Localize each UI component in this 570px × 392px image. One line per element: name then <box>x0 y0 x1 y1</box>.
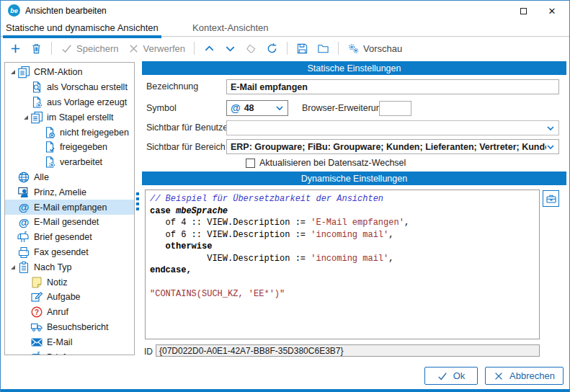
tree-item-freigegeben[interactable]: freigegeben <box>5 140 134 155</box>
formula-wizard-button[interactable] <box>543 190 559 207</box>
folder-icon <box>317 43 329 55</box>
delete-view-button[interactable] <box>27 41 45 56</box>
tree-item-brief[interactable]: Brief <box>5 349 134 355</box>
tree-item-fax-gesendet[interactable]: Fax gesendet <box>5 245 134 260</box>
code-line: case mbeSprache <box>150 205 535 218</box>
code-line: endcase, <box>150 264 535 277</box>
symbol-dropdown[interactable]: @ 48 <box>226 100 288 116</box>
bereich-value: ERP: Groupware; FiBu: Groupware; Kunden;… <box>231 142 546 152</box>
move-down-button[interactable] <box>221 41 239 56</box>
tree-item-verarbeitet[interactable]: verarbeitet <box>5 155 134 170</box>
doccheck-icon <box>43 141 56 153</box>
truck-icon <box>30 321 43 334</box>
tree-item-crm-aktion[interactable]: CRM-Aktion <box>5 65 134 80</box>
docgear-icon <box>43 156 56 169</box>
tab-label: Kontext-Ansichten <box>192 22 269 33</box>
cancel-button[interactable]: Abbrechen <box>485 367 564 385</box>
tree-item-label: Prinz, Amelie <box>34 187 86 197</box>
close-button[interactable]: ✕ <box>538 1 566 21</box>
aktualisieren-checkbox-label: Aktualisieren bei Datensatz-Wechsel <box>259 158 406 168</box>
tree-item-e-mail[interactable]: E-Mail <box>5 334 134 349</box>
question-icon: ? <box>30 306 43 318</box>
tree-item-nicht-freigegeben[interactable]: nicht freigegeben <box>5 125 134 140</box>
tree-item-notiz[interactable]: Notiz <box>5 275 134 290</box>
tree-item-e-mail-empfangen[interactable]: @E-Mail empfangen <box>5 200 134 215</box>
tree-item-label: E-Mail empfangen <box>34 202 107 213</box>
sichtbar-bereich-dropdown[interactable]: ERP: Groupware; FiBu: Groupware; Kunden;… <box>226 139 559 154</box>
preview-button[interactable]: Vorschau <box>344 41 405 56</box>
eraser-button <box>242 41 260 56</box>
code-line <box>150 277 535 289</box>
tree-item-label: Brief <box>47 352 66 355</box>
floppy-icon <box>296 43 308 55</box>
chevron-down-icon <box>275 104 284 112</box>
splitter-handle[interactable] <box>136 192 140 210</box>
tree-item-e-mail-gesendet[interactable]: @E-Mail gesendet <box>5 215 134 230</box>
dialog-window: be Ansichten bearbeiten ✕ Statische und … <box>0 0 570 392</box>
code-line: of 4 :: VIEW.Description := 'E-Mail empf… <box>150 217 535 229</box>
refresh-button[interactable] <box>263 41 281 56</box>
check-icon <box>61 43 73 55</box>
tree-item-als-vorschau-erstellt[interactable]: als Vorschau erstellt <box>5 80 134 95</box>
maximize-button[interactable] <box>509 1 538 21</box>
toolbar-separator <box>194 42 195 55</box>
tree-item-nach-typ[interactable]: Nach Typ <box>5 259 134 275</box>
tree-item-besuchsbericht[interactable]: Besuchsbericht <box>5 320 134 335</box>
toolbar-separator <box>287 42 288 55</box>
add-view-button[interactable] <box>6 41 25 56</box>
tree-item-label: aus Vorlage erzeugt <box>47 97 127 107</box>
bezeichnung-input[interactable]: E-Mail empfangen <box>226 79 559 94</box>
window-accent-border <box>1 389 569 392</box>
briefcase-icon <box>545 193 557 205</box>
tab-bar: Statische und dynamische Ansichten Konte… <box>1 21 569 37</box>
svg-text:?: ? <box>35 308 39 316</box>
aktualisieren-checkbox[interactable] <box>246 159 255 168</box>
docgear-icon <box>30 96 43 109</box>
toolbar: SpeichernVerwerfenVorschau <box>1 38 569 58</box>
sichtbar-benutzer-label: Sichtbar für Benutzer <box>146 122 231 133</box>
tree-item-anruf[interactable]: ?Anruf <box>5 305 134 320</box>
tree-item-label: E-Mail gesendet <box>34 217 99 227</box>
formula-code-editor[interactable]: // Beispiel für Übersetzbarkeit der Ansi… <box>145 190 540 339</box>
tree-item-label: Notiz <box>47 277 67 288</box>
preview-icon <box>30 81 43 94</box>
tree-expander-icon[interactable] <box>8 70 17 74</box>
app-logo-icon: be <box>8 4 20 17</box>
move-up-button[interactable] <box>200 41 218 56</box>
chevron-down-icon <box>546 124 555 133</box>
tree-item-label: Alle <box>34 172 49 182</box>
tree-item-brief-gesendet[interactable]: Brief gesendet <box>5 230 134 245</box>
tree-item-alle[interactable]: Alle <box>5 170 134 185</box>
tree-expander-icon[interactable] <box>21 115 30 120</box>
ok-button[interactable]: Ok <box>424 367 478 385</box>
tree-item-label: Besuchsbericht <box>47 322 108 332</box>
tree-item-aufgabe[interactable]: Aufgabe <box>5 290 134 305</box>
toolbar-button-label: Speichern <box>76 43 119 54</box>
tree-item-aus-vorlage-erzeugt[interactable]: aus Vorlage erzeugt <box>5 95 134 110</box>
tree-item-label: CRM-Aktion <box>34 67 82 77</box>
tree-item-label: Aufgabe <box>47 292 81 302</box>
id-value-field: {07D022D0-A0E1-42A7-BB8F-35D380C6E3B7} <box>156 344 540 357</box>
tree-item-label: als Vorschau erstellt <box>47 82 128 92</box>
export-button[interactable] <box>293 41 311 56</box>
tree-expander-icon[interactable] <box>8 265 17 270</box>
tree-item-label: nicht freigegeben <box>60 128 129 138</box>
tree-item-prinz-amelie[interactable]: Prinz, Amelie <box>5 184 134 200</box>
x-icon <box>494 371 504 381</box>
docx-icon <box>43 126 56 139</box>
title-bar: be Ansichten bearbeiten ✕ <box>1 1 569 21</box>
tree-item-label: verarbeitet <box>60 157 102 167</box>
dynamic-settings-header: Dynamische Einstellungen <box>142 172 566 185</box>
tree-item-im-stapel-erstellt[interactable]: im Stapel erstellt <box>5 110 134 125</box>
toolbar-button-label: Verwerfen <box>143 43 186 54</box>
tab-static-dynamic[interactable]: Statische und dynamische Ansichten <box>3 21 161 37</box>
plus-icon <box>9 43 22 55</box>
tree-item-label: E-Mail <box>47 337 72 347</box>
sichtbar-benutzer-dropdown[interactable] <box>226 120 559 135</box>
browser-erweiterung-input[interactable] <box>379 101 411 116</box>
tab-context[interactable]: Kontext-Ansichten <box>190 21 272 37</box>
import-button[interactable] <box>314 41 332 56</box>
id-label: ID <box>144 347 153 357</box>
at-icon: @ <box>17 215 30 228</box>
x-icon <box>128 43 140 55</box>
